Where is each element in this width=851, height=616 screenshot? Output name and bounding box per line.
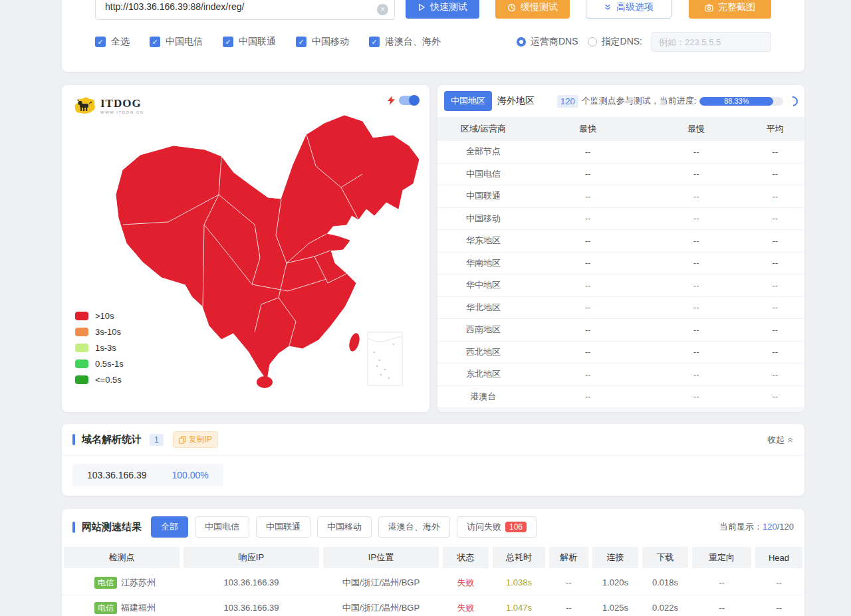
south-china-sea-inset (368, 332, 402, 385)
region-fastest: -- (529, 302, 647, 312)
checkbox-checked-icon: ✓ (223, 37, 233, 47)
progress-label: 个监测点参与测试，当前进度: (582, 95, 697, 107)
copy-ip-button[interactable]: 复制IP (173, 431, 218, 448)
options-row: ✓ 全选 ✓ 中国电信 ✓ 中国联通 ✓ 中国移动 ✓ 港澳台、海外 (95, 32, 771, 52)
legend-swatch (75, 328, 88, 336)
region-slowest: -- (647, 147, 746, 157)
tab-fail[interactable]: 访问失败 106 (457, 516, 537, 538)
dns-stats-body: 103.36.166.39 100.00% (62, 456, 804, 496)
tab-carrier[interactable]: 中国电信 (195, 516, 249, 538)
region-fastest: -- (529, 169, 647, 179)
col-resolve: 解析 (547, 545, 590, 570)
tab-carrier[interactable]: 中国联通 (256, 516, 310, 538)
realtime-toggle[interactable] (399, 96, 419, 105)
checkbox-checked-icon: ✓ (369, 37, 380, 47)
region-average: -- (746, 191, 804, 201)
region-name: 华南地区 (437, 257, 529, 269)
tab-carrier[interactable]: 中国移动 (317, 516, 372, 538)
region-row: 西南地区 -- -- -- (437, 319, 804, 342)
tab-overseas-region[interactable]: 海外地区 (497, 95, 535, 107)
col-slowest: 最慢 (647, 123, 746, 135)
legend-item: 0.5s-1s (75, 359, 124, 369)
page: × 快速测试 缓慢测试 高级选项 完整截图 (0, 0, 851, 616)
col-ip-location: IP位置 (321, 545, 441, 570)
cell-head: -- (753, 570, 804, 595)
region-slowest: -- (647, 369, 746, 379)
resolved-percent: 100.00% (172, 470, 209, 480)
resolved-ip: 103.36.166.39 (87, 470, 147, 480)
region-average: -- (746, 280, 804, 290)
col-head: Head (753, 545, 804, 570)
carrier-checkbox[interactable]: ✓ 中国电信 (150, 36, 203, 48)
legend-item: >10s (75, 311, 124, 321)
dns-count-badge: 1 (150, 434, 164, 446)
tab-carrier-label: 中国联通 (266, 521, 301, 533)
logo-title: ITDOG (100, 98, 144, 109)
region-row: 东北地区 -- -- -- (437, 363, 804, 386)
advanced-options-button[interactable]: 高级选项 (586, 0, 671, 19)
clock-icon (507, 3, 516, 12)
lightning-icon (388, 96, 395, 105)
carrier-checkbox[interactable]: ✓ 中国联通 (223, 36, 276, 48)
collapse-button[interactable]: 收起 (767, 434, 794, 446)
region-row: 港澳台 -- -- -- (437, 386, 804, 409)
quick-test-button[interactable]: 快速测试 (406, 0, 479, 19)
results-title: 网站测速结果 (82, 521, 142, 534)
region-name: 中国联通 (437, 190, 529, 202)
region-name: 中国电信 (437, 168, 529, 180)
legend-swatch (75, 344, 88, 352)
copy-ip-label: 复制IP (189, 434, 212, 445)
region-fastest: -- (529, 236, 647, 246)
carrier-checkbox[interactable]: ✓ 全选 (95, 36, 130, 48)
legend-label: <=0.5s (95, 375, 122, 385)
region-slowest: -- (647, 347, 746, 357)
legend-item: 1s-3s (75, 343, 124, 353)
full-screenshot-button[interactable]: 完整截图 (689, 0, 771, 19)
region-name: 华东地区 (437, 235, 529, 247)
cell-redirect: -- (690, 595, 753, 616)
radio-unselected-icon (588, 37, 597, 47)
tab-china-region[interactable]: 中国地区 (444, 91, 492, 111)
display-label: 当前显示： (719, 522, 763, 532)
region-name: 华中地区 (437, 279, 529, 291)
carrier-checkbox[interactable]: ✓ 港澳台、海外 (369, 36, 441, 48)
region-slowest: -- (647, 191, 746, 201)
region-slowest: -- (647, 258, 746, 268)
cell-connect: 1.020s (590, 570, 640, 595)
url-input[interactable] (95, 0, 395, 20)
section-accent-bar (72, 522, 75, 533)
col-average: 平均 (746, 123, 804, 135)
region-row: 华东地区 -- -- -- (437, 230, 804, 253)
cell-response-ip: 103.36.166.39 (182, 595, 321, 616)
slow-test-button[interactable]: 缓慢测试 (495, 0, 570, 19)
legend-label: 0.5s-1s (95, 359, 124, 369)
tab-fail-label: 访问失败 (467, 521, 501, 533)
region-slowest: -- (647, 236, 746, 246)
cell-total-time: 1.047s (491, 595, 547, 616)
legend-item: <=0.5s (75, 375, 124, 385)
loading-spinner-icon (786, 94, 800, 108)
legend-label: 3s-10s (95, 327, 121, 337)
col-redirect: 重定向 (690, 545, 753, 570)
ip-entry: 103.36.166.39 100.00% (72, 464, 223, 486)
operator-dns-radio[interactable]: 运营商DNS (517, 36, 578, 48)
tab-all[interactable]: 全部 (151, 516, 188, 538)
legend-item: 3s-10s (75, 327, 124, 337)
region-slowest: -- (647, 325, 746, 335)
cell-ip-location: 中国/浙江/温州/BGP (321, 570, 441, 595)
custom-dns-input[interactable] (652, 32, 771, 52)
region-average: -- (746, 147, 804, 157)
clear-input-icon[interactable]: × (377, 4, 388, 15)
dns-stats-card: 域名解析统计 1 复制IP 收起 103.36.166.39 100.00% (62, 424, 804, 496)
region-fastest: -- (529, 347, 647, 357)
custom-dns-radio[interactable]: 指定DNS: (588, 36, 642, 48)
col-connect: 连接 (590, 545, 640, 570)
checkbox-checked-icon: ✓ (296, 37, 306, 47)
carrier-checkbox[interactable]: ✓ 中国移动 (296, 36, 349, 48)
slow-test-label: 缓慢测试 (521, 1, 558, 13)
cell-redirect: -- (690, 570, 753, 595)
checkbox-checked-icon: ✓ (95, 37, 106, 47)
results-card: 网站测速结果 全部 中国电信 中国联通 中国移动 港澳台、海外 访问失败 106 (62, 509, 804, 616)
play-icon (418, 3, 426, 11)
tab-carrier[interactable]: 港澳台、海外 (378, 516, 450, 538)
